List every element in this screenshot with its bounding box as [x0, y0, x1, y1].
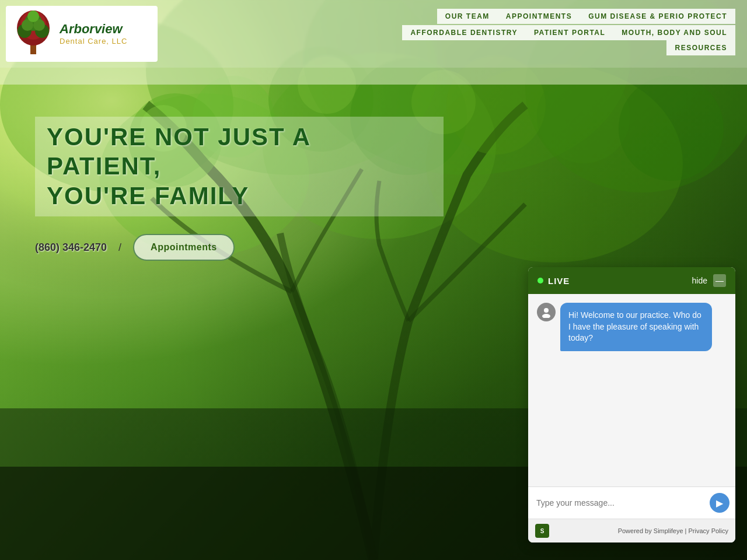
- phone-number: (860) 346-2470: [35, 242, 107, 254]
- logo-tree-icon: [13, 10, 54, 57]
- chat-body: Hi! Welcome to our practice. Who do I ha…: [528, 294, 735, 487]
- navigation: OUR TEAM APPOINTMENTS GUM DISEASE & PERI…: [158, 6, 735, 55]
- logo-name: Arborview: [60, 22, 127, 36]
- chat-send-button[interactable]: ▶: [710, 493, 729, 513]
- live-indicator: LIVE: [537, 276, 570, 286]
- hero-heading: YOU'RE NOT JUST A PATIENT, YOU'RE FAMILY: [35, 117, 444, 216]
- nav-row-1: OUR TEAM APPOINTMENTS GUM DISEASE & PERI…: [437, 9, 735, 24]
- separator: /: [118, 242, 121, 254]
- chat-avatar-icon: [537, 303, 556, 321]
- chat-message-input[interactable]: [534, 495, 705, 511]
- nav-mouth-body[interactable]: MOUTH, BODY AND SOUL: [613, 25, 735, 40]
- chat-header-controls: hide —: [692, 274, 726, 287]
- nav-patient-portal[interactable]: PATIENT PORTAL: [526, 25, 613, 40]
- nav-our-team[interactable]: OUR TEAM: [437, 9, 498, 24]
- nav-row-3: RESOURCES: [666, 40, 735, 55]
- appointments-button[interactable]: Appointments: [133, 234, 235, 261]
- hero-content: YOU'RE NOT JUST A PATIENT, YOU'RE FAMILY…: [35, 117, 444, 261]
- nav-gum-disease[interactable]: GUM DISEASE & PERIO PROTECT: [580, 9, 735, 24]
- nav-appointments[interactable]: APPOINTMENTS: [498, 9, 580, 24]
- logo-text-area: Arborview Dental Care, LLC: [60, 22, 127, 45]
- svg-point-30: [544, 308, 549, 313]
- logo-area[interactable]: Arborview Dental Care, LLC: [6, 6, 158, 62]
- hero-heading-line1: YOU'RE NOT JUST A PATIENT,: [47, 123, 310, 180]
- logo-subtitle: Dental Care, LLC: [60, 37, 127, 46]
- nav-resources[interactable]: RESOURCES: [666, 40, 735, 55]
- chat-widget: LIVE hide — Hi! Welcome to our practice.…: [528, 267, 735, 542]
- simplifeye-logo-icon: S: [535, 524, 549, 538]
- privacy-policy-link[interactable]: Privacy Policy: [689, 527, 728, 534]
- hero-heading-line2: YOU'RE FAMILY: [47, 182, 249, 209]
- chat-header: LIVE hide —: [528, 267, 735, 294]
- send-icon: ▶: [716, 498, 723, 509]
- header: Arborview Dental Care, LLC OUR TEAM APPO…: [0, 0, 747, 68]
- chat-hide-button[interactable]: hide: [692, 276, 707, 285]
- chat-message-row: Hi! Welcome to our practice. Who do I ha…: [537, 303, 727, 351]
- nav-affordable[interactable]: AFFORDABLE DENTISTRY: [402, 25, 526, 40]
- svg-point-31: [542, 314, 550, 318]
- hero-actions: (860) 346-2470 / Appointments: [35, 234, 444, 261]
- live-dot-icon: [537, 278, 543, 284]
- nav-row-2: AFFORDABLE DENTISTRY PATIENT PORTAL MOUT…: [402, 25, 735, 40]
- chat-message-bubble: Hi! Welcome to our practice. Who do I ha…: [560, 303, 712, 351]
- svg-point-29: [27, 10, 39, 22]
- chat-minimize-button[interactable]: —: [713, 274, 726, 287]
- chat-footer: S Powered by Simplifeye | Privacy Policy: [528, 519, 735, 542]
- chat-footer-text: Powered by Simplifeye | Privacy Policy: [618, 527, 728, 534]
- chat-input-area: ▶: [528, 487, 735, 519]
- simplifeye-link[interactable]: Simplifeye: [654, 527, 683, 534]
- live-label: LIVE: [548, 276, 570, 286]
